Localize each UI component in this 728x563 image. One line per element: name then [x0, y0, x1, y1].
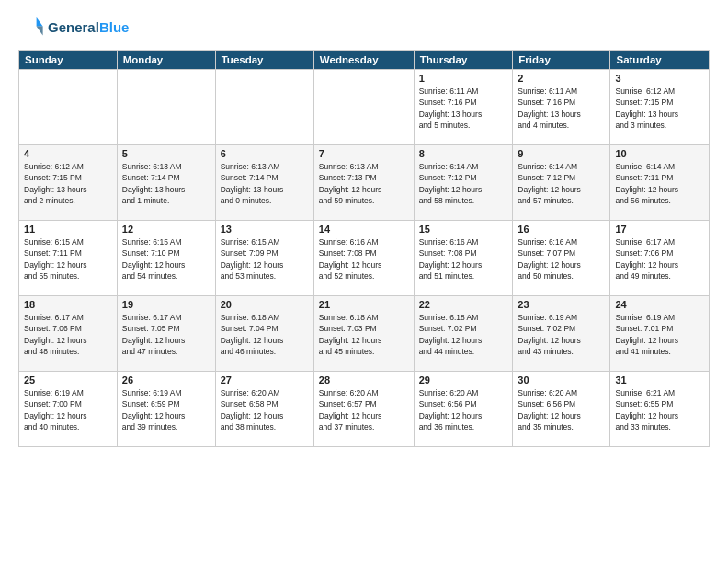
day-number: 4	[24, 148, 112, 159]
day-info: Sunrise: 6:20 AM Sunset: 6:56 PM Dayligh…	[518, 387, 605, 432]
header: GeneralBlue	[18, 15, 710, 40]
calendar-week-row: 1Sunrise: 6:11 AM Sunset: 7:16 PM Daylig…	[19, 70, 710, 145]
day-info: Sunrise: 6:13 AM Sunset: 7:14 PM Dayligh…	[221, 161, 309, 206]
day-number: 9	[518, 148, 605, 159]
day-number: 31	[615, 374, 704, 385]
day-number: 17	[615, 224, 704, 235]
calendar-header-row: SundayMondayTuesdayWednesdayThursdayFrid…	[19, 51, 710, 70]
day-info: Sunrise: 6:17 AM Sunset: 7:05 PM Dayligh…	[122, 312, 210, 357]
day-info: Sunrise: 6:18 AM Sunset: 7:03 PM Dayligh…	[319, 312, 409, 357]
logo: GeneralBlue	[18, 15, 129, 40]
calendar-header-wednesday: Wednesday	[313, 51, 414, 70]
day-number: 14	[319, 224, 409, 235]
calendar-week-row: 4Sunrise: 6:12 AM Sunset: 7:15 PM Daylig…	[19, 145, 710, 221]
calendar-week-row: 25Sunrise: 6:19 AM Sunset: 7:00 PM Dayli…	[19, 372, 710, 447]
calendar-cell: 31Sunrise: 6:21 AM Sunset: 6:55 PM Dayli…	[610, 372, 710, 447]
day-number: 11	[24, 224, 112, 235]
calendar-cell: 10Sunrise: 6:14 AM Sunset: 7:11 PM Dayli…	[610, 145, 710, 221]
calendar-cell: 5Sunrise: 6:13 AM Sunset: 7:14 PM Daylig…	[117, 145, 215, 221]
day-info: Sunrise: 6:13 AM Sunset: 7:13 PM Dayligh…	[319, 161, 409, 206]
calendar-header-thursday: Thursday	[414, 51, 513, 70]
day-info: Sunrise: 6:14 AM Sunset: 7:12 PM Dayligh…	[518, 161, 605, 206]
calendar-header-friday: Friday	[513, 51, 610, 70]
day-number: 13	[221, 224, 309, 235]
day-number: 24	[615, 299, 704, 310]
calendar-cell: 21Sunrise: 6:18 AM Sunset: 7:03 PM Dayli…	[313, 296, 414, 372]
calendar-cell: 6Sunrise: 6:13 AM Sunset: 7:14 PM Daylig…	[215, 145, 313, 221]
day-number: 6	[221, 148, 309, 159]
day-info: Sunrise: 6:20 AM Sunset: 6:56 PM Dayligh…	[419, 387, 508, 432]
calendar-cell: 24Sunrise: 6:19 AM Sunset: 7:01 PM Dayli…	[610, 296, 710, 372]
day-info: Sunrise: 6:19 AM Sunset: 7:00 PM Dayligh…	[24, 387, 112, 432]
day-info: Sunrise: 6:19 AM Sunset: 7:02 PM Dayligh…	[518, 312, 605, 357]
calendar-cell: 12Sunrise: 6:15 AM Sunset: 7:10 PM Dayli…	[117, 221, 215, 296]
day-info: Sunrise: 6:16 AM Sunset: 7:08 PM Dayligh…	[419, 236, 508, 282]
day-number: 30	[518, 374, 605, 385]
calendar-cell: 29Sunrise: 6:20 AM Sunset: 6:56 PM Dayli…	[414, 372, 513, 447]
calendar-week-row: 11Sunrise: 6:15 AM Sunset: 7:11 PM Dayli…	[19, 221, 710, 296]
day-number: 26	[122, 374, 210, 385]
calendar-cell: 2Sunrise: 6:11 AM Sunset: 7:16 PM Daylig…	[513, 70, 610, 145]
calendar-cell: 28Sunrise: 6:20 AM Sunset: 6:57 PM Dayli…	[313, 372, 414, 447]
calendar-cell: 20Sunrise: 6:18 AM Sunset: 7:04 PM Dayli…	[215, 296, 313, 372]
day-info: Sunrise: 6:13 AM Sunset: 7:14 PM Dayligh…	[122, 161, 210, 206]
calendar-cell: 14Sunrise: 6:16 AM Sunset: 7:08 PM Dayli…	[313, 221, 414, 296]
day-info: Sunrise: 6:14 AM Sunset: 7:11 PM Dayligh…	[615, 161, 704, 206]
calendar-cell: 17Sunrise: 6:17 AM Sunset: 7:06 PM Dayli…	[610, 221, 710, 296]
calendar-cell: 7Sunrise: 6:13 AM Sunset: 7:13 PM Daylig…	[313, 145, 414, 221]
day-info: Sunrise: 6:14 AM Sunset: 7:12 PM Dayligh…	[419, 161, 508, 206]
day-info: Sunrise: 6:17 AM Sunset: 7:06 PM Dayligh…	[615, 236, 704, 282]
day-number: 10	[615, 148, 704, 159]
logo-icon	[18, 15, 44, 40]
calendar-header-monday: Monday	[117, 51, 215, 70]
day-number: 16	[518, 224, 605, 235]
calendar-cell: 9Sunrise: 6:14 AM Sunset: 7:12 PM Daylig…	[513, 145, 610, 221]
calendar-header-tuesday: Tuesday	[215, 51, 313, 70]
day-info: Sunrise: 6:15 AM Sunset: 7:11 PM Dayligh…	[24, 236, 112, 282]
day-info: Sunrise: 6:15 AM Sunset: 7:10 PM Dayligh…	[122, 236, 210, 282]
day-info: Sunrise: 6:16 AM Sunset: 7:07 PM Dayligh…	[518, 236, 605, 282]
calendar-table: SundayMondayTuesdayWednesdayThursdayFrid…	[18, 50, 710, 447]
day-number: 22	[419, 299, 508, 310]
day-number: 23	[518, 299, 605, 310]
day-number: 2	[518, 73, 605, 84]
day-number: 28	[319, 374, 409, 385]
day-info: Sunrise: 6:21 AM Sunset: 6:55 PM Dayligh…	[615, 387, 704, 432]
day-number: 15	[419, 224, 508, 235]
day-info: Sunrise: 6:12 AM Sunset: 7:15 PM Dayligh…	[24, 161, 112, 206]
page: GeneralBlue SundayMondayTuesdayWednesday…	[0, 0, 728, 563]
calendar-cell: 27Sunrise: 6:20 AM Sunset: 6:58 PM Dayli…	[215, 372, 313, 447]
calendar-cell	[117, 70, 215, 145]
calendar-header-saturday: Saturday	[610, 51, 710, 70]
calendar-cell: 30Sunrise: 6:20 AM Sunset: 6:56 PM Dayli…	[513, 372, 610, 447]
day-info: Sunrise: 6:18 AM Sunset: 7:02 PM Dayligh…	[419, 312, 508, 357]
day-number: 1	[419, 73, 508, 84]
day-number: 29	[419, 374, 508, 385]
day-info: Sunrise: 6:16 AM Sunset: 7:08 PM Dayligh…	[319, 236, 409, 282]
calendar-cell: 3Sunrise: 6:12 AM Sunset: 7:15 PM Daylig…	[610, 70, 710, 145]
calendar-cell: 23Sunrise: 6:19 AM Sunset: 7:02 PM Dayli…	[513, 296, 610, 372]
calendar-cell: 15Sunrise: 6:16 AM Sunset: 7:08 PM Dayli…	[414, 221, 513, 296]
calendar-week-row: 18Sunrise: 6:17 AM Sunset: 7:06 PM Dayli…	[19, 296, 710, 372]
day-number: 18	[24, 299, 112, 310]
day-info: Sunrise: 6:19 AM Sunset: 6:59 PM Dayligh…	[122, 387, 210, 432]
day-info: Sunrise: 6:20 AM Sunset: 6:57 PM Dayligh…	[319, 387, 409, 432]
calendar-cell: 16Sunrise: 6:16 AM Sunset: 7:07 PM Dayli…	[513, 221, 610, 296]
calendar-cell: 11Sunrise: 6:15 AM Sunset: 7:11 PM Dayli…	[19, 221, 118, 296]
day-info: Sunrise: 6:15 AM Sunset: 7:09 PM Dayligh…	[221, 236, 309, 282]
svg-marker-1	[37, 27, 43, 36]
day-number: 21	[319, 299, 409, 310]
day-info: Sunrise: 6:11 AM Sunset: 7:16 PM Dayligh…	[419, 86, 508, 131]
calendar-cell: 1Sunrise: 6:11 AM Sunset: 7:16 PM Daylig…	[414, 70, 513, 145]
svg-marker-0	[37, 17, 43, 27]
day-number: 3	[615, 73, 704, 84]
calendar-cell: 4Sunrise: 6:12 AM Sunset: 7:15 PM Daylig…	[19, 145, 118, 221]
day-number: 27	[221, 374, 309, 385]
day-number: 5	[122, 148, 210, 159]
day-number: 20	[221, 299, 309, 310]
day-number: 25	[24, 374, 112, 385]
day-info: Sunrise: 6:19 AM Sunset: 7:01 PM Dayligh…	[615, 312, 704, 357]
day-info: Sunrise: 6:11 AM Sunset: 7:16 PM Dayligh…	[518, 86, 605, 131]
day-info: Sunrise: 6:17 AM Sunset: 7:06 PM Dayligh…	[24, 312, 112, 357]
day-info: Sunrise: 6:20 AM Sunset: 6:58 PM Dayligh…	[221, 387, 309, 432]
